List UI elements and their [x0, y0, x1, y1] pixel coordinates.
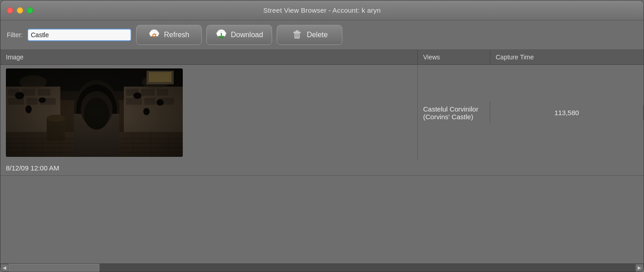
refresh-label: Refresh	[164, 31, 189, 39]
column-header-image: Image	[0, 50, 418, 64]
window-title: Street View Browser - Account: k aryn	[263, 6, 381, 14]
cell-image	[0, 65, 418, 160]
main-window: Street View Browser - Account: k aryn Fi…	[0, 0, 644, 272]
download-button[interactable]: Download	[206, 25, 272, 45]
table-row[interactable]: Castelul Corvinilor (Corvins' Castle) 11…	[0, 65, 644, 176]
maximize-button[interactable]	[27, 7, 33, 14]
delete-icon	[291, 29, 303, 41]
cell-name: Castelul Corvinilor (Corvins' Castle)	[418, 102, 490, 124]
panorama-thumbnail	[6, 68, 183, 157]
scroll-left-button[interactable]: ◀	[0, 264, 9, 272]
table-area: Image Views Capture Time	[0, 50, 644, 272]
panorama-svg	[6, 68, 183, 157]
download-label: Download	[231, 31, 263, 39]
svg-point-15	[295, 31, 296, 32]
close-button[interactable]	[7, 7, 13, 14]
filter-input[interactable]	[27, 29, 132, 41]
svg-point-16	[299, 31, 300, 32]
minimize-button[interactable]	[17, 7, 23, 14]
refresh-icon	[148, 29, 160, 41]
horizontal-scrollbar: ◀ ▶	[0, 263, 644, 272]
table-header: Image Views Capture Time	[0, 50, 644, 65]
cell-capture-time: 8/12/09 12:00 AM	[0, 160, 418, 175]
traffic-lights	[7, 7, 33, 14]
filter-label: Filter:	[7, 31, 23, 39]
toolbar: Filter: Refresh	[0, 20, 644, 50]
svg-rect-11	[296, 30, 298, 32]
download-icon	[215, 29, 227, 41]
scroll-right-button[interactable]: ▶	[635, 264, 644, 272]
column-header-time: Capture Time	[490, 50, 644, 64]
refresh-button[interactable]: Refresh	[136, 25, 202, 45]
table-body: Castelul Corvinilor (Corvins' Castle) 11…	[0, 65, 644, 263]
svg-rect-10	[293, 32, 301, 33]
scroll-thumb[interactable]	[9, 264, 99, 272]
delete-button[interactable]: Delete	[277, 25, 342, 45]
cell-views: 113,580	[490, 105, 644, 120]
column-header-views: Views	[418, 50, 490, 64]
delete-label: Delete	[307, 31, 327, 39]
svg-rect-63	[149, 72, 171, 82]
scroll-track[interactable]	[9, 264, 635, 272]
titlebar: Street View Browser - Account: k aryn	[0, 0, 644, 20]
